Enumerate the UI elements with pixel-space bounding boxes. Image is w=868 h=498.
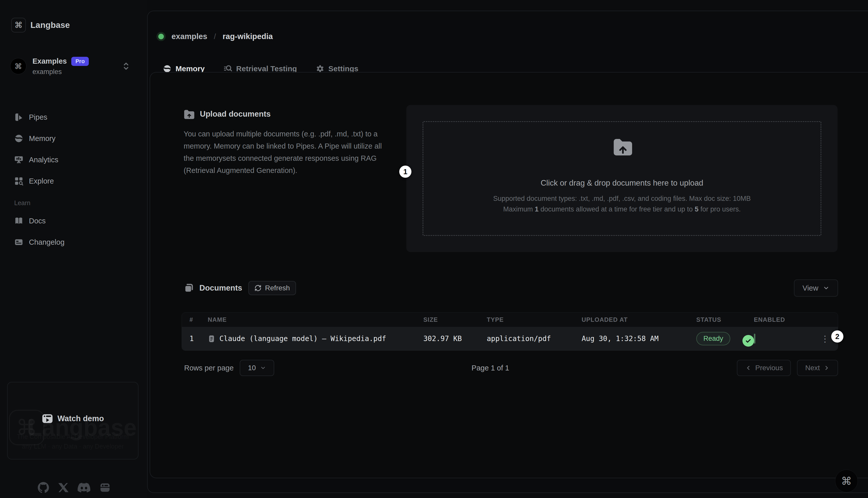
explore-icon — [14, 176, 23, 186]
next-page-button[interactable]: Next — [797, 360, 838, 376]
main-panel: examples / rag-wikipedia Memory Retrieva… — [147, 11, 868, 493]
upload-description: You can upload multiple documents (e.g. … — [184, 128, 391, 176]
pagination-bar: Rows per page 10 Page 1 of 1 Previous Ne… — [184, 359, 838, 376]
breadcrumb-separator: / — [214, 32, 216, 41]
sidebar-item-memory[interactable]: Memory — [0, 128, 147, 149]
previous-label: Previous — [755, 364, 783, 372]
upload-section-title: Upload documents — [200, 109, 271, 119]
tab-label: Settings — [328, 64, 359, 73]
documents-icon — [184, 283, 194, 293]
documents-section-title: Documents — [199, 284, 242, 293]
sidebar-item-label: Memory — [29, 134, 55, 143]
command-menu-floating-button[interactable]: ⌘ — [835, 470, 858, 493]
sidebar-section-learn: Learn — [0, 192, 147, 210]
toggle-knob-check-icon — [742, 335, 754, 346]
column-header-type: TYPE — [487, 316, 582, 323]
memory-content-card: Upload documents You can upload multiple… — [150, 72, 868, 478]
column-header-size: SIZE — [423, 316, 487, 323]
book-icon — [14, 216, 23, 225]
breadcrumb-current: rag-wikipedia — [222, 32, 273, 41]
app-title: Langbase — [30, 20, 70, 30]
chevron-left-icon — [745, 365, 752, 371]
next-label: Next — [805, 364, 820, 372]
chevron-up-down-icon — [122, 62, 130, 70]
team-name: Examples — [33, 57, 67, 65]
view-label: View — [803, 284, 818, 292]
annotation-badge-2: 2 — [831, 330, 843, 343]
newsletter-icon[interactable] — [100, 482, 111, 493]
cell-index: 1 — [190, 335, 208, 343]
upload-dropzone[interactable]: Click or drag & drop documents here to u… — [406, 105, 838, 252]
gear-icon — [316, 64, 324, 73]
table-row[interactable]: 1 Claude (language model) – Wikipedia.pd… — [182, 327, 838, 351]
sidebar-item-label: Explore — [29, 177, 54, 185]
sidebar-item-label: Changelog — [29, 238, 64, 247]
ghost-tagline-1: The Composable AI Developer Platform — [8, 433, 138, 441]
changelog-icon — [14, 238, 23, 247]
tab-label: Memory — [176, 64, 205, 73]
view-dropdown-button[interactable]: View — [794, 279, 838, 297]
sidebar-item-docs[interactable]: Docs — [0, 210, 147, 232]
breadcrumb-parent[interactable]: examples — [171, 32, 207, 41]
supported-types-line: Supported document types: .txt, .md, .pd… — [493, 195, 751, 202]
annotation-badge-1: 1 — [399, 166, 412, 178]
video-play-icon — [42, 413, 53, 424]
ghost-tagline-2: any LLM · any Data · any Developer — [8, 443, 138, 450]
column-header-status: STATUS — [696, 316, 754, 323]
file-icon — [208, 335, 215, 343]
sidebar-item-label: Pipes — [29, 113, 48, 121]
team-slug: examples — [33, 68, 116, 76]
status-dot-icon — [158, 34, 164, 39]
cell-uploaded-at: Aug 30, 1:32:58 AM — [582, 335, 696, 343]
status-badge: Ready — [696, 332, 730, 345]
dropzone-main-text: Click or drag & drop documents here to u… — [541, 179, 703, 188]
sidebar-item-analytics[interactable]: Analytics — [0, 149, 147, 170]
team-switcher[interactable]: ⌘ Examples Pro examples — [10, 55, 137, 77]
sidebar-item-changelog[interactable]: Changelog — [0, 232, 147, 253]
refresh-icon — [255, 285, 261, 292]
breadcrumb: examples / rag-wikipedia — [158, 32, 273, 41]
pro-badge: Pro — [71, 57, 89, 66]
app-logo[interactable]: ⌘ Langbase — [11, 18, 70, 32]
watch-demo-label: Watch demo — [57, 414, 104, 423]
discord-icon[interactable] — [78, 481, 90, 494]
watch-demo-card[interactable]: ⌘ Langbase Watch demo The Composable AI … — [7, 382, 139, 459]
column-header-enabled: ENABLED — [754, 316, 812, 323]
social-links — [38, 481, 111, 494]
limit-suffix: for pro users. — [699, 205, 741, 213]
limit-mid: documents allowed at a time for free tie… — [539, 205, 695, 213]
enabled-toggle[interactable] — [754, 334, 755, 344]
team-avatar: ⌘ — [10, 58, 26, 74]
sidebar-item-explore[interactable]: Explore — [0, 170, 147, 192]
tab-label: Retrieval Testing — [236, 64, 297, 73]
x-twitter-icon[interactable] — [59, 483, 68, 493]
cell-document-name: Claude (language model) – Wikipedia.pdf — [219, 335, 386, 343]
command-icon: ⌘ — [841, 475, 852, 487]
rows-per-page-label: Rows per page — [184, 364, 234, 372]
sidebar-nav: Pipes Memory Analytics Explore Learn D — [0, 106, 147, 253]
table-header-row: # NAME SIZE TYPE UPLOADED AT STATUS ENAB… — [182, 313, 838, 327]
column-header-uploaded-at: UPLOADED AT — [582, 316, 696, 323]
column-header-name: NAME — [208, 316, 423, 323]
column-header-index: # — [190, 316, 208, 323]
refresh-label: Refresh — [265, 284, 290, 292]
github-icon[interactable] — [38, 482, 49, 494]
analytics-icon — [14, 155, 23, 164]
pipes-icon — [14, 113, 23, 122]
cell-type: application/pdf — [487, 335, 582, 343]
row-actions-kebab-icon[interactable]: ⋮ — [821, 334, 829, 344]
sidebar: ⌘ Langbase ⌘ Examples Pro examples Pipes… — [0, 0, 147, 498]
chevron-right-icon — [824, 365, 830, 371]
command-logo-icon: ⌘ — [11, 18, 26, 32]
free-limit: 1 — [535, 205, 539, 213]
memory-icon — [163, 64, 171, 73]
documents-table: # NAME SIZE TYPE UPLOADED AT STATUS ENAB… — [182, 312, 838, 351]
refresh-button[interactable]: Refresh — [248, 281, 296, 295]
sidebar-item-label: Analytics — [29, 156, 59, 164]
folder-upload-icon — [610, 136, 634, 157]
previous-page-button[interactable]: Previous — [737, 360, 791, 376]
sidebar-item-pipes[interactable]: Pipes — [0, 106, 147, 128]
chevron-down-icon — [823, 285, 829, 291]
page-info: Page 1 of 1 — [244, 364, 737, 372]
dropzone-support-text: Supported document types: .txt, .md, .pd… — [493, 193, 751, 214]
